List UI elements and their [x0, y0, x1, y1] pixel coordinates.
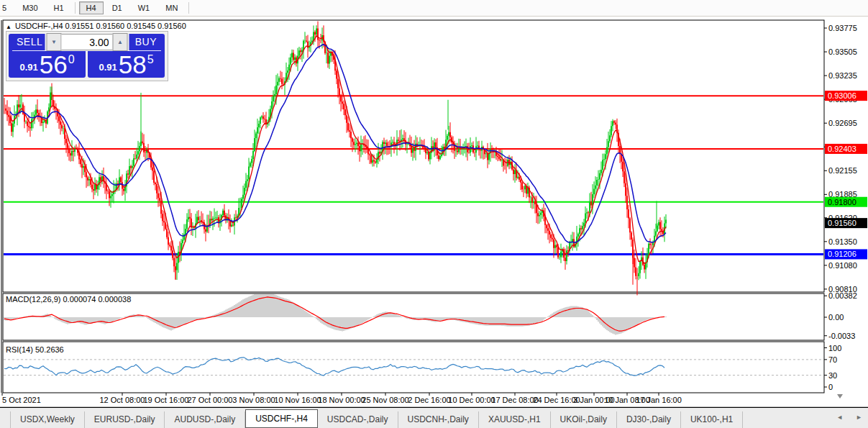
chart-tab-usdcnh-daily[interactable]: USDCNH-,Daily: [398, 411, 479, 428]
chart-title: ▲USDCHF-,H4 0.91551 0.91560 0.91545 0.91…: [6, 22, 186, 30]
timeframe-button-h1[interactable]: H1: [47, 1, 71, 14]
one-click-trading-panel: SELL 0.91560 BUY 0.91585 ▼ ▲: [6, 31, 168, 81]
macd-name: MACD(12,26,9): [6, 295, 60, 304]
volume-spinner: ▼ ▲: [45, 33, 129, 51]
toolbar-separator: [188, 2, 189, 14]
svg-text:17 Dec 08:00: 17 Dec 08:00: [491, 396, 538, 404]
svg-text:0.91206: 0.91206: [828, 250, 856, 258]
chart-symbol-label: USDCHF-,H4: [15, 22, 63, 30]
buy-price-base: 0.91: [99, 62, 117, 73]
svg-text:-0.0033: -0.0033: [828, 332, 855, 340]
svg-text:0.92155: 0.92155: [828, 166, 857, 175]
chart-tabs: USDX,WeeklyEURUSD-,DailyAUDUSD-,DailyUSD…: [0, 409, 743, 428]
svg-text:19 Oct 16:00: 19 Oct 16:00: [144, 396, 189, 404]
svg-text:10 Dec 00:00: 10 Dec 00:00: [448, 396, 495, 404]
buy-label: BUY: [135, 36, 157, 47]
svg-text:0.91350: 0.91350: [828, 237, 857, 246]
macd-values: 0.000074 0.000038: [63, 295, 131, 304]
sell-price: 0.91560: [9, 53, 86, 76]
svg-text:0: 0: [828, 383, 833, 391]
chart-ohlc-values: 0.91551 0.91560 0.91545 0.91560: [65, 22, 186, 30]
svg-text:0.93235: 0.93235: [828, 71, 857, 80]
buy-price-big: 58: [119, 53, 147, 76]
rsi-value: 50.2636: [35, 345, 64, 354]
timeframe-button-d1[interactable]: D1: [105, 1, 129, 14]
svg-text:0.91080: 0.91080: [828, 261, 857, 270]
buy-price-sup: 5: [147, 53, 154, 66]
svg-text:0.93775: 0.93775: [828, 24, 857, 32]
svg-text:0.92695: 0.92695: [828, 119, 857, 127]
chart-tab-usdchf-h4[interactable]: USDCHF-,H4: [245, 409, 318, 428]
timeframe-button-5[interactable]: 5: [0, 1, 14, 14]
volume-input[interactable]: [62, 34, 113, 50]
chart-tab-dj30-daily[interactable]: DJ30-,Daily: [617, 411, 681, 428]
chart-tab-usdcad-daily[interactable]: USDCAD-,Daily: [318, 411, 398, 428]
chart-tab-audusd-daily[interactable]: AUDUSD-,Daily: [165, 411, 245, 428]
svg-text:27 Oct 00:00: 27 Oct 00:00: [188, 396, 233, 404]
chart-tab-eurusd-daily[interactable]: EURUSD-,Daily: [85, 411, 165, 428]
svg-text:5 Oct 2021: 5 Oct 2021: [2, 396, 41, 404]
svg-text:0.91800: 0.91800: [828, 198, 856, 206]
svg-text:12 Oct 08:00: 12 Oct 08:00: [100, 396, 145, 404]
svg-text:3 Nov 08:00: 3 Nov 08:00: [232, 396, 275, 404]
svg-text:10 Nov 16:00: 10 Nov 16:00: [274, 396, 321, 404]
collapse-panel-icon[interactable]: ▲: [6, 24, 12, 30]
volume-increase-button[interactable]: ▲: [113, 33, 128, 51]
tab-scroll-nav: ◄ ►: [836, 414, 862, 421]
svg-text:0.93505: 0.93505: [828, 47, 857, 56]
chart-tab-ukoil-daily[interactable]: UKOil-,Daily: [551, 411, 617, 428]
svg-text:100: 100: [828, 344, 841, 352]
svg-text:17 Jan 16:00: 17 Jan 16:00: [636, 396, 682, 404]
svg-text:25 Nov 08:00: 25 Nov 08:00: [362, 396, 408, 404]
timeframe-button-w1[interactable]: W1: [131, 1, 157, 14]
timeframe-button-h4[interactable]: H4: [79, 1, 104, 14]
buy-price: 0.91585: [88, 53, 165, 76]
chart-tab-xauusd-h1[interactable]: XAUUSD-,H1: [479, 411, 551, 428]
sell-price-base: 0.91: [19, 62, 37, 73]
chart-tab-uk100-h1[interactable]: UK100-,H1: [681, 411, 743, 428]
mt4-window: 5M30H1H4D1W1MN 0.937750.935050.932350.92…: [0, 0, 868, 428]
volume-decrease-button[interactable]: ▼: [47, 33, 62, 51]
tab-scroll-right-icon[interactable]: ►: [856, 414, 862, 421]
sell-price-sup: 0: [68, 53, 75, 66]
timeframe-toolbar: 5M30H1H4D1W1MN: [0, 0, 868, 17]
svg-text:0.00: 0.00: [828, 313, 844, 322]
rsi-name: RSI(14): [6, 345, 33, 354]
svg-text:18 Nov 00:00: 18 Nov 00:00: [318, 396, 365, 404]
timeframe-button-mn[interactable]: MN: [158, 1, 185, 14]
chart-tab-usdx-weekly[interactable]: USDX,Weekly: [10, 411, 85, 428]
svg-text:0.00382: 0.00382: [828, 291, 857, 300]
sell-price-big: 56: [40, 53, 68, 76]
toolbar-separator: [75, 2, 76, 14]
svg-text:0.92403: 0.92403: [828, 145, 856, 153]
chart-area[interactable]: 0.937750.935050.932350.929650.926950.924…: [0, 17, 868, 408]
macd-indicator-label: MACD(12,26,9) 0.000074 0.000038: [6, 295, 131, 304]
sell-label: SELL: [17, 36, 42, 47]
svg-text:30: 30: [828, 371, 837, 380]
svg-text:0.93006: 0.93006: [828, 91, 856, 100]
chart-tab-bar: USDX,WeeklyEURUSD-,DailyAUDUSD-,DailyUSD…: [0, 408, 868, 428]
timeframe-button-m30[interactable]: M30: [15, 1, 45, 14]
tab-scroll-left-icon[interactable]: ◄: [836, 414, 843, 421]
svg-text:2 Dec 16:00: 2 Dec 16:00: [408, 396, 450, 404]
svg-text:0.91560: 0.91560: [828, 219, 856, 227]
svg-text:70: 70: [828, 355, 837, 364]
rsi-indicator-label: RSI(14) 50.2636: [6, 345, 64, 354]
